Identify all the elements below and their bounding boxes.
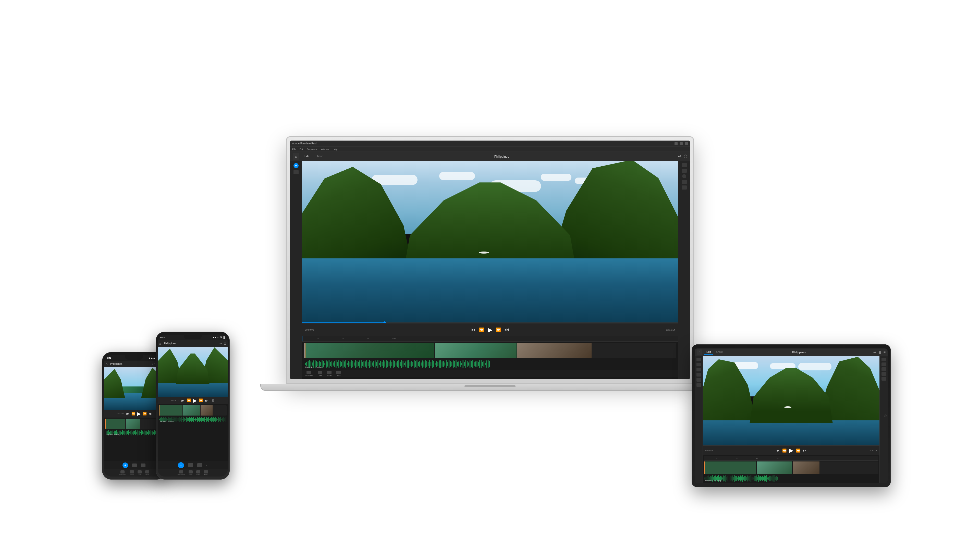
phone-frame-fwd[interactable]: ⏩ — [143, 412, 147, 416]
tablet-delete-icon[interactable] — [697, 368, 701, 372]
tab-share[interactable]: Share — [313, 154, 325, 159]
menu-window[interactable]: Window — [321, 148, 329, 151]
tablet-right-icon-5[interactable] — [881, 377, 886, 381]
phone-large-home[interactable]: ⌂ — [159, 342, 161, 345]
tablet-media-icon[interactable] — [697, 363, 701, 366]
tablet-right-icon-2[interactable] — [881, 362, 886, 366]
titles-tool[interactable]: Titles — [336, 371, 341, 376]
window-maximize[interactable] — [679, 142, 682, 145]
phone-large-play[interactable]: ▶ — [193, 397, 197, 403]
phone-large-undo[interactable]: ↩ — [220, 342, 222, 345]
phone-skip-end[interactable]: ⏭ — [149, 412, 152, 416]
phone-add-button[interactable]: + — [123, 462, 128, 468]
phone-clip-2[interactable] — [126, 419, 140, 429]
phone-large-clip-1[interactable] — [159, 405, 183, 416]
tablet-skip-end[interactable]: ⏭ — [803, 448, 807, 453]
undo-button[interactable]: ↩ — [678, 154, 681, 159]
tablet-frame-fwd[interactable]: ⏩ — [796, 448, 800, 453]
phone-titles-icon[interactable]: Titles — [145, 470, 149, 475]
window-minimize[interactable] — [675, 142, 678, 145]
svg-rect-309 — [746, 477, 747, 480]
right-icon-3[interactable] — [682, 174, 686, 178]
menu-help[interactable]: Help — [333, 148, 338, 151]
svg-rect-252 — [210, 418, 211, 421]
right-icon-2[interactable] — [682, 168, 687, 173]
home-button[interactable]: ⌂ — [293, 153, 299, 160]
phone-skip-start[interactable]: ⏮ — [126, 412, 129, 416]
phone-large-frame-fwd[interactable]: ⏩ — [199, 399, 203, 402]
phone-large-frame-back[interactable]: ⏪ — [187, 399, 191, 402]
tablet-menu-btn[interactable]: ≡ — [883, 350, 886, 354]
share-button[interactable]: ⬡ — [684, 154, 687, 159]
tablet-undo-btn[interactable]: ↩ — [873, 350, 877, 354]
phone-large-back-btn[interactable]: ‹ — [207, 463, 208, 467]
phone-large-skip-start[interactable]: ⏮ — [181, 399, 185, 403]
tab-edit[interactable]: Edit — [302, 154, 312, 159]
menu-sequence[interactable]: Sequence — [307, 148, 318, 151]
clip-3[interactable] — [517, 343, 592, 358]
menu-file[interactable]: File — [292, 148, 296, 151]
phone-large-transitions[interactable]: Transitions — [177, 470, 185, 475]
phone-large-grid[interactable] — [188, 463, 193, 467]
tablet-frame-back[interactable]: ⏪ — [782, 448, 787, 453]
tablet-tab-edit[interactable]: Edit — [704, 350, 713, 354]
phone-large-color[interactable]: Color — [189, 470, 192, 475]
svg-rect-290 — [727, 477, 727, 480]
tablet-clip-2[interactable] — [757, 462, 792, 474]
phone-large-share[interactable]: ⊡ — [224, 342, 226, 345]
phone-home-icon[interactable]: ⌂ — [106, 362, 107, 366]
tablet-export-icon[interactable] — [697, 373, 701, 376]
right-icon-5[interactable] — [682, 186, 687, 189]
phone-large-clip-3[interactable] — [200, 405, 213, 416]
right-icon-1[interactable] — [682, 163, 687, 167]
tablet-clip-3[interactable] — [793, 462, 819, 474]
clip-2[interactable] — [434, 343, 517, 358]
phone-large-skip-end[interactable]: ⏭ — [205, 399, 208, 403]
skip-to-start-button[interactable]: ⏮ — [471, 327, 476, 332]
phone-large-list[interactable] — [197, 463, 202, 467]
transitions-tool[interactable]: Transitions — [304, 371, 313, 376]
clip-1[interactable] — [304, 343, 434, 358]
phone-large-clip-2[interactable] — [183, 405, 200, 416]
frame-forward-button[interactable]: ⏩ — [496, 327, 501, 332]
audio-tool[interactable]: Audio — [327, 371, 331, 376]
add-media-button[interactable]: + — [293, 163, 299, 168]
window-close[interactable] — [685, 142, 688, 145]
tablet-share-icon[interactable] — [697, 358, 701, 361]
svg-rect-310 — [748, 475, 748, 481]
svg-rect-156 — [124, 431, 124, 435]
phone-grid-icon[interactable] — [132, 464, 137, 467]
phone-clip-1[interactable] — [105, 419, 125, 429]
tablet-clip-1[interactable] — [704, 462, 756, 474]
phone-frame-back[interactable]: ⏪ — [131, 412, 135, 416]
phone-list-icon[interactable] — [141, 464, 145, 467]
tablet-right-icon-1[interactable] — [881, 358, 886, 361]
play-button[interactable]: ▶ — [488, 326, 492, 333]
tablet-right-icon-3[interactable] — [881, 367, 886, 371]
tablet-play-btn[interactable]: ▶ — [789, 447, 794, 454]
tablet-skip-start[interactable]: ⏮ — [776, 448, 780, 453]
svg-rect-72 — [404, 363, 405, 365]
tablet-home-btn[interactable]: ⌂ — [697, 349, 702, 355]
phone-play[interactable]: ▶ — [137, 411, 141, 416]
color-tool[interactable]: Color — [318, 371, 322, 376]
media-icon[interactable] — [293, 170, 299, 174]
skip-to-end-button[interactable]: ⏭ — [504, 327, 509, 332]
tablet-right-icon-4[interactable] — [881, 372, 886, 376]
phone-color-icon[interactable]: Color — [130, 470, 134, 475]
svg-rect-135 — [106, 432, 106, 433]
menu-edit[interactable]: Edit — [300, 148, 304, 151]
phone-transitions-icon[interactable]: Transitions — [119, 470, 126, 475]
tablet-tab-share[interactable]: Share — [714, 350, 725, 354]
phone-large-fullscreen[interactable]: ⊞ — [212, 399, 214, 402]
tablet-fullscreen-btn[interactable]: ⊞ — [878, 350, 881, 354]
tablet-list-icon[interactable] — [697, 378, 701, 382]
tablet-cursor-icon[interactable] — [697, 383, 701, 387]
phone-undo-button[interactable]: ↩ — [152, 362, 155, 366]
frame-back-button[interactable]: ⏪ — [479, 327, 484, 332]
phone-audio-icon[interactable]: Audio — [138, 470, 142, 475]
right-icon-4[interactable] — [682, 180, 687, 184]
phone-large-add-btn[interactable]: + — [178, 462, 184, 468]
phone-large-audio-tool[interactable]: Audio — [196, 470, 200, 475]
phone-large-titles[interactable]: Titles — [204, 470, 208, 475]
